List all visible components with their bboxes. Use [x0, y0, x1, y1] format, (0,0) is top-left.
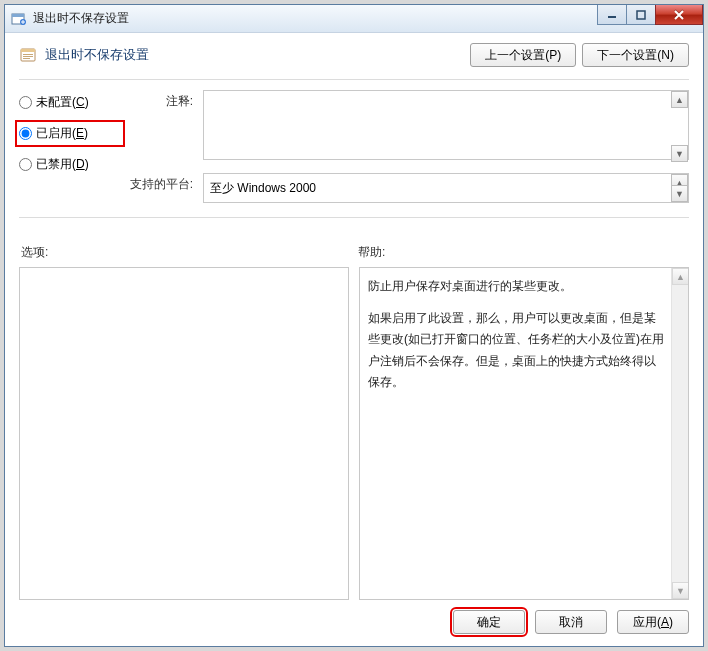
- panels: 防止用户保存对桌面进行的某些更改。 如果启用了此设置，那么，用户可以更改桌面，但…: [19, 267, 689, 600]
- close-button[interactable]: [655, 5, 703, 25]
- divider: [19, 79, 689, 80]
- svg-rect-3: [608, 16, 616, 18]
- help-panel: 防止用户保存对桌面进行的某些更改。 如果启用了此设置，那么，用户可以更改桌面，但…: [359, 267, 689, 600]
- comment-scroll-down[interactable]: ▼: [671, 145, 688, 162]
- help-content: 防止用户保存对桌面进行的某些更改。 如果启用了此设置，那么，用户可以更改桌面，但…: [360, 268, 688, 599]
- platform-label: 支持的平台:: [127, 173, 193, 193]
- dialog-window: 退出时不保存设置 退出时不保存设置 上一个设置(P) 下一个设置(N): [4, 4, 704, 647]
- help-para-2: 如果启用了此设置，那么，用户可以更改桌面，但是某些更改(如已打开窗口的位置、任务…: [368, 308, 666, 394]
- next-setting-button[interactable]: 下一个设置(N): [582, 43, 689, 67]
- options-panel: [19, 267, 349, 600]
- window-controls: [598, 5, 703, 25]
- panel-labels: 选项: 帮助:: [19, 244, 689, 261]
- apply-button[interactable]: 应用(A): [617, 610, 689, 634]
- help-scroll-down-icon[interactable]: ▼: [672, 582, 689, 599]
- radio-enabled-input[interactable]: [19, 127, 32, 140]
- comment-label: 注释:: [127, 90, 193, 110]
- fields-column: 注释: ▲ ▼ 支持的平台: 至少 Windows 2000 ▲ ▼: [127, 90, 689, 203]
- dialog-content: 退出时不保存设置 上一个设置(P) 下一个设置(N) 未配置(C) 已启用(E): [5, 33, 703, 646]
- policy-icon: [19, 45, 39, 65]
- comment-scroll-up[interactable]: ▲: [671, 91, 688, 108]
- ok-button[interactable]: 确定: [453, 610, 525, 634]
- cancel-button[interactable]: 取消: [535, 610, 607, 634]
- comment-row: 注释: ▲ ▼: [127, 90, 689, 163]
- config-row: 未配置(C) 已启用(E) 已禁用(D) 注释:: [19, 90, 689, 203]
- svg-rect-1: [12, 14, 24, 17]
- maximize-button[interactable]: [626, 5, 656, 25]
- radio-not-configured-input[interactable]: [19, 96, 32, 109]
- radio-disabled[interactable]: 已禁用(D): [19, 156, 119, 173]
- comment-textarea[interactable]: [203, 90, 689, 160]
- svg-rect-8: [23, 56, 33, 57]
- options-label: 选项:: [19, 244, 354, 261]
- app-icon: [11, 11, 27, 27]
- window-title: 退出时不保存设置: [33, 10, 129, 27]
- svg-rect-7: [23, 54, 33, 55]
- svg-rect-6: [21, 49, 35, 52]
- radio-not-configured[interactable]: 未配置(C): [19, 94, 119, 111]
- options-content: [20, 268, 348, 599]
- policy-title: 退出时不保存设置: [45, 46, 149, 64]
- radio-group: 未配置(C) 已启用(E) 已禁用(D): [19, 90, 119, 203]
- footer-buttons: 确定 取消 应用(A): [19, 600, 689, 634]
- platform-row: 支持的平台: 至少 Windows 2000 ▲ ▼: [127, 173, 689, 203]
- radio-enabled[interactable]: 已启用(E): [19, 125, 119, 142]
- platform-value: 至少 Windows 2000: [203, 173, 689, 203]
- minimize-button[interactable]: [597, 5, 627, 25]
- svg-rect-4: [637, 11, 645, 19]
- help-label: 帮助:: [354, 244, 689, 261]
- radio-disabled-input[interactable]: [19, 158, 32, 171]
- help-scroll-up-icon[interactable]: ▲: [672, 268, 689, 285]
- header-row: 退出时不保存设置 上一个设置(P) 下一个设置(N): [19, 43, 689, 67]
- svg-rect-9: [23, 58, 30, 59]
- highlight-enabled: 已启用(E): [15, 120, 125, 147]
- previous-setting-button[interactable]: 上一个设置(P): [470, 43, 576, 67]
- help-line-1: 防止用户保存对桌面进行的某些更改。: [368, 276, 666, 298]
- title-bar: 退出时不保存设置: [5, 5, 703, 33]
- platform-scroll-down[interactable]: ▼: [671, 185, 688, 202]
- help-scrollbar[interactable]: ▲ ▼: [671, 268, 688, 599]
- divider-2: [19, 217, 689, 218]
